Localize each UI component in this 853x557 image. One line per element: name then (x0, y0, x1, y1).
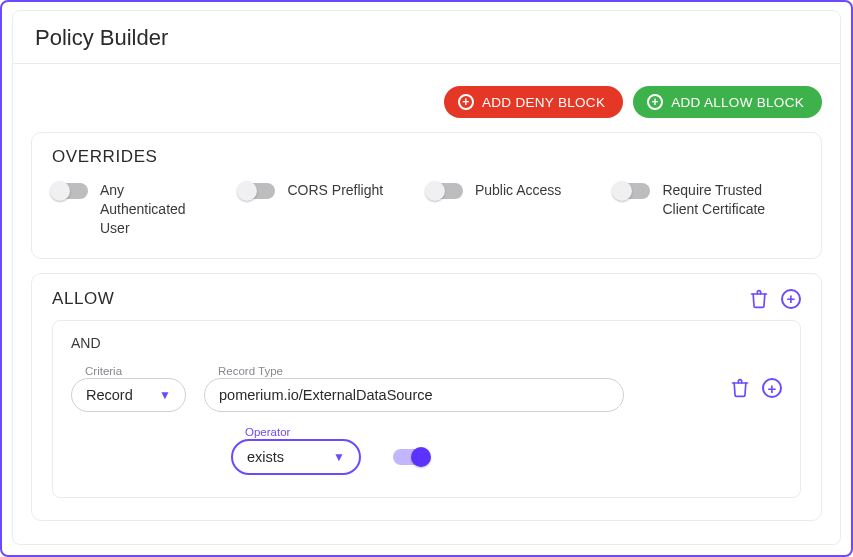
trash-icon (730, 377, 750, 399)
add-allow-block-button[interactable]: + ADD ALLOW BLOCK (633, 86, 822, 118)
criteria-select[interactable]: Record ▼ (71, 378, 186, 412)
plus-circle-icon: + (647, 94, 663, 110)
trash-icon (749, 288, 769, 310)
caret-down-icon: ▼ (333, 450, 345, 464)
add-criterion-button[interactable]: + (762, 378, 782, 398)
operator-select[interactable]: exists ▼ (231, 439, 361, 475)
add-deny-block-button[interactable]: + ADD DENY BLOCK (444, 86, 623, 118)
panel-header: Policy Builder (13, 11, 840, 64)
operator-toggle[interactable] (393, 449, 429, 465)
criteria-value: Record (86, 387, 133, 403)
policy-builder-frame: Policy Builder + ADD DENY BLOCK + ADD AL… (0, 0, 853, 557)
rule-logic-operator: AND (71, 335, 782, 351)
toggle-cors-preflight[interactable] (239, 183, 275, 199)
delete-criterion-button[interactable] (730, 377, 750, 399)
rule-box: AND Criteria Record ▼ Record Type (52, 320, 801, 498)
override-label: Require Trusted Client Certificate (662, 181, 801, 219)
override-require-trusted-client-cert: Require Trusted Client Certificate (614, 181, 801, 219)
record-type-label: Record Type (204, 365, 624, 377)
record-type-value: pomerium.io/ExternalDataSource (219, 387, 433, 403)
override-cors-preflight: CORS Preflight (239, 181, 394, 200)
plus-circle-icon: + (762, 378, 782, 398)
operator-value: exists (247, 449, 284, 465)
add-deny-block-label: ADD DENY BLOCK (482, 95, 605, 110)
operator-label: Operator (231, 426, 361, 438)
record-type-input[interactable]: pomerium.io/ExternalDataSource (204, 378, 624, 412)
plus-circle-icon: + (458, 94, 474, 110)
allow-heading: ALLOW (52, 289, 115, 309)
toggle-public-access[interactable] (427, 183, 463, 199)
toggle-require-trusted-client-cert[interactable] (614, 183, 650, 199)
override-label: CORS Preflight (287, 181, 383, 200)
criteria-label: Criteria (71, 365, 186, 377)
page-title: Policy Builder (35, 25, 818, 51)
toggle-any-authenticated-user[interactable] (52, 183, 88, 199)
override-label: Public Access (475, 181, 561, 200)
plus-circle-icon: + (781, 289, 801, 309)
add-rule-button[interactable]: + (781, 289, 801, 309)
override-public-access: Public Access (427, 181, 582, 200)
caret-down-icon: ▼ (159, 388, 171, 402)
override-label: Any Authenticated User (100, 181, 207, 238)
overrides-card: OVERRIDES Any Authenticated User CORS Pr… (31, 132, 822, 259)
block-button-row: + ADD DENY BLOCK + ADD ALLOW BLOCK (31, 82, 822, 118)
policy-builder-panel: Policy Builder + ADD DENY BLOCK + ADD AL… (12, 10, 841, 545)
overrides-heading: OVERRIDES (52, 147, 801, 167)
allow-card: ALLOW + (31, 273, 822, 521)
add-allow-block-label: ADD ALLOW BLOCK (671, 95, 804, 110)
override-any-authenticated-user: Any Authenticated User (52, 181, 207, 238)
delete-allow-block-button[interactable] (749, 288, 769, 310)
